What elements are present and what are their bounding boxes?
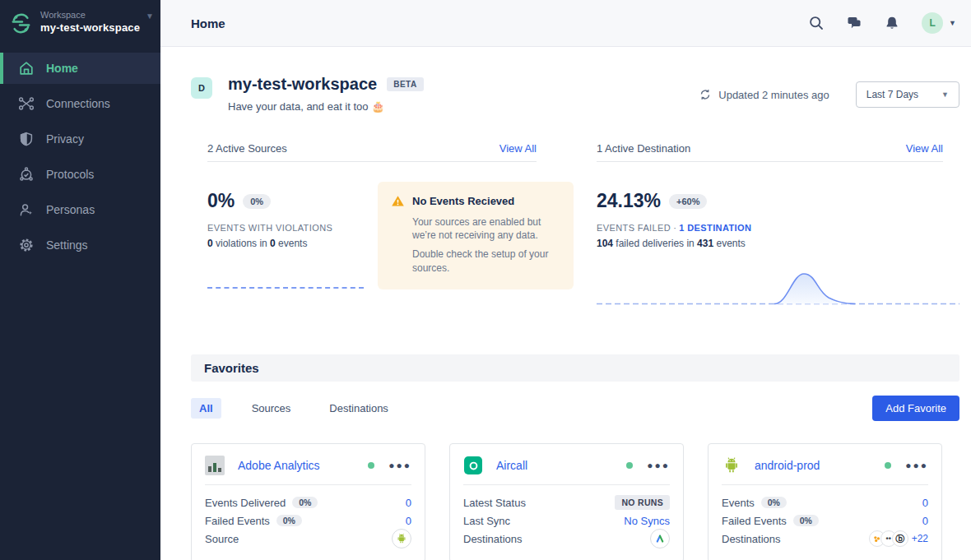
- warning-title: No Events Recieved: [412, 195, 514, 207]
- card-row: Events 0% 0: [722, 493, 928, 511]
- events-value-link[interactable]: 0: [922, 497, 928, 509]
- segment-logo-icon: [10, 12, 32, 35]
- chevron-down-icon: ▼: [949, 19, 956, 27]
- violations-flatline-chart: [207, 287, 364, 289]
- violations-detail: 0 violations in 0 events: [207, 238, 378, 249]
- status-dot: [885, 462, 891, 469]
- kebab-menu-icon[interactable]: ●●●: [388, 460, 411, 470]
- sources-view-all-link[interactable]: View All: [499, 142, 537, 155]
- bell-icon[interactable]: [884, 15, 900, 31]
- sidebar-item-label: Home: [46, 62, 78, 75]
- tab-destinations[interactable]: Destinations: [321, 398, 397, 419]
- refresh-icon: [699, 88, 712, 101]
- destination-avatar-stack[interactable]: •• ⓑ +22: [869, 530, 928, 547]
- card-row: Last Sync No Syncs: [463, 511, 670, 530]
- favorites-tabs: All Sources Destinations Add Favorite: [191, 396, 959, 421]
- events-failed-stat: 24.13% +60% EVENTS FAILED·1 DESTINATION …: [597, 190, 959, 249]
- shield-icon: [18, 131, 35, 147]
- sidebar-nav: Home Connections: [0, 53, 160, 261]
- tab-sources[interactable]: Sources: [244, 398, 300, 419]
- card-row: Failed Events 0% 0: [722, 511, 928, 530]
- sidebar-item-personas[interactable]: Personas: [0, 194, 160, 225]
- search-icon[interactable]: [808, 15, 825, 31]
- warning-line1: Your sources are enabled but we’re not r…: [412, 215, 560, 242]
- no-syncs-link[interactable]: No Syncs: [624, 515, 670, 527]
- sidebar-item-label: Settings: [46, 238, 88, 252]
- avatar: L: [922, 12, 943, 34]
- sidebar-item-settings[interactable]: Settings: [0, 229, 160, 261]
- workspace-switcher[interactable]: Workspace my-test-workspace ▼: [0, 0, 160, 46]
- sidebar-item-protocols[interactable]: Protocols: [0, 159, 160, 190]
- sidebar-item-privacy[interactable]: Privacy: [0, 123, 160, 155]
- events-failed-delta-badge: +60%: [669, 194, 707, 209]
- sidebar-item-connections[interactable]: Connections: [0, 88, 160, 119]
- tab-all[interactable]: All: [191, 398, 221, 419]
- favorite-card-aircall: Aircall ●●● Latest Status NO RUNS Last S…: [449, 443, 684, 560]
- favorites-cards: Adobe Analytics ●●● Events Delivered 0% …: [191, 443, 959, 560]
- content-pane: Home: [160, 0, 971, 560]
- events-delivered-value-link[interactable]: 0: [406, 497, 411, 509]
- events-failed-sparkline-chart: [597, 269, 959, 307]
- android-logo-icon: [722, 456, 741, 475]
- destinations-overflow-link[interactable]: +22: [912, 533, 928, 544]
- violations-percent: 0%: [207, 190, 235, 212]
- refresh-control[interactable]: Updated 2 minutes ago: [699, 88, 829, 101]
- card-title-link[interactable]: Aircall: [496, 459, 527, 472]
- last-updated-text: Updated 2 minutes ago: [718, 89, 829, 101]
- card-title-link[interactable]: android-prod: [755, 459, 820, 472]
- overview-section: 2 Active Sources View All 0% 0% EVENTS W…: [207, 142, 959, 307]
- events-failed-percent: 24.13%: [597, 190, 661, 212]
- status-dot: [368, 462, 374, 469]
- card-row: Source: [205, 530, 411, 548]
- card-row: Destinations •• ⓑ +22: [722, 530, 928, 548]
- events-failed-detail: 104 failed deliveries in 431 events: [597, 238, 959, 249]
- card-row: Failed Events 0% 0: [205, 511, 411, 530]
- aircall-logo-icon: [463, 456, 483, 475]
- workspace-title: my-test-workspace: [228, 75, 377, 94]
- workspace-header: D my-test-workspace BETA Have your data,…: [191, 75, 959, 113]
- failed-events-value-link[interactable]: 0: [922, 515, 928, 527]
- destination-count-link[interactable]: 1 DESTINATION: [679, 223, 751, 233]
- favorite-card-adobe-analytics: Adobe Analytics ●●● Events Delivered 0% …: [191, 443, 425, 560]
- google-ads-icon[interactable]: [650, 529, 670, 548]
- violations-label: EVENTS WITH VIOLATIONS: [207, 223, 378, 233]
- sidebar-item-label: Protocols: [46, 168, 94, 181]
- personas-icon: [18, 201, 35, 218]
- kebab-menu-icon[interactable]: ●●●: [905, 460, 928, 470]
- user-menu[interactable]: L ▼: [922, 12, 956, 34]
- sources-section-title: 2 Active Sources: [207, 142, 287, 155]
- app-root: Workspace my-test-workspace ▼ Home: [0, 0, 971, 560]
- sidebar: Workspace my-test-workspace ▼ Home: [0, 0, 160, 560]
- chevron-down-icon: ▼: [146, 12, 154, 21]
- card-title-link[interactable]: Adobe Analytics: [238, 459, 320, 472]
- add-favorite-button[interactable]: Add Favorite: [872, 396, 959, 421]
- card-row: Destinations: [463, 530, 670, 548]
- status-dot: [626, 462, 633, 469]
- warning-line2: Double check the setup of your sources.: [412, 248, 560, 274]
- sidebar-item-label: Personas: [46, 203, 95, 216]
- warning-box: No Events Recieved Your sources are enab…: [378, 182, 574, 289]
- android-icon[interactable]: [392, 529, 411, 548]
- percent-badge: 0%: [292, 497, 318, 508]
- protocols-icon: [18, 166, 35, 183]
- workspace-label: Workspace: [40, 10, 140, 21]
- percent-badge: 0%: [793, 515, 819, 526]
- workspace-name: my-test-workspace: [40, 21, 140, 35]
- chat-icon[interactable]: [846, 15, 862, 31]
- date-range-dropdown[interactable]: Last 7 Days ▼: [856, 81, 959, 108]
- failed-events-value-link[interactable]: 0: [406, 515, 411, 527]
- favorites-header-band: Favorites: [191, 354, 959, 382]
- beta-badge: BETA: [387, 77, 423, 91]
- destinations-view-all-link[interactable]: View All: [906, 142, 943, 155]
- kebab-menu-icon[interactable]: ●●●: [647, 460, 670, 470]
- main-content: D my-test-workspace BETA Have your data,…: [160, 47, 971, 560]
- sidebar-item-label: Privacy: [46, 132, 84, 146]
- percent-badge: 0%: [761, 497, 787, 508]
- sidebar-item-home[interactable]: Home: [0, 53, 160, 84]
- sources-column: 2 Active Sources View All 0% 0% EVENTS W…: [207, 142, 574, 307]
- violations-delta-badge: 0%: [243, 194, 271, 209]
- destinations-section-title: 1 Active Destination: [597, 142, 690, 155]
- warning-icon: [391, 194, 405, 208]
- topbar-actions: L ▼: [808, 12, 956, 34]
- adobe-analytics-logo-icon: [205, 456, 225, 475]
